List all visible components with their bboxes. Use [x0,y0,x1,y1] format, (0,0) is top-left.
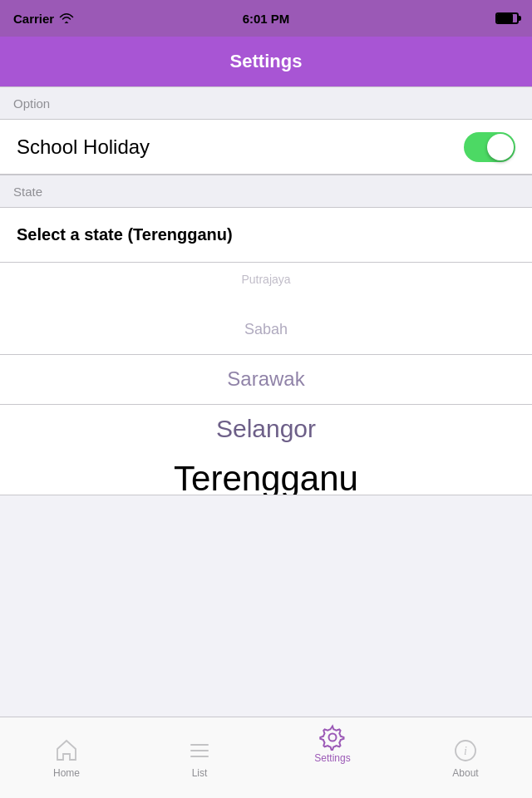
status-bar: Carrier 6:01 PM [0,0,532,37]
tab-settings-label: Settings [314,752,350,764]
svg-point-4 [329,733,337,741]
toggle-knob [487,134,514,160]
state-picker[interactable]: Putrajaya Sabah Sarawak Selangor Terengg… [0,263,532,495]
nav-bar: Settings [0,37,532,86]
home-icon [53,737,80,764]
picker-item-sabah[interactable]: Sabah [0,304,532,354]
select-state-row[interactable]: Select a state (Terengganu) [0,208,532,263]
state-header-text: State [13,185,42,199]
picker-wheel: Putrajaya Sabah Sarawak Selangor Terengg… [0,263,532,495]
tab-settings[interactable]: Settings [266,717,399,798]
spacer [0,495,532,717]
option-header-text: Option [13,96,50,111]
tab-list[interactable]: List [133,717,266,798]
status-time: 6:01 PM [243,12,290,26]
wifi-icon [59,12,74,24]
picker-line-bottom [0,404,532,405]
svg-text:i: i [464,745,467,757]
picker-line-top [0,354,532,355]
picker-item-putrajaya[interactable]: Putrajaya [0,263,532,304]
school-holiday-row: School Holiday [0,120,532,175]
picker-item-terengganu[interactable]: Terengganu [0,454,532,496]
tab-bar: Home List Settings i About [0,717,532,798]
picker-item-sarawak[interactable]: Sarawak [0,354,532,404]
tab-about[interactable]: i About [399,717,532,798]
about-icon: i [452,737,479,764]
nav-title: Settings [230,51,303,72]
select-state-label: Select a state (Terengganu) [17,225,233,244]
main-content: Option School Holiday State Select a sta… [0,86,532,717]
tab-home[interactable]: Home [0,717,133,798]
tab-home-label: Home [53,767,80,779]
state-section-header: State [0,175,532,208]
tab-about-label: About [452,767,478,779]
option-section-header: Option [0,86,532,120]
carrier-label: Carrier [13,12,54,26]
school-holiday-label: School Holiday [17,135,150,159]
tab-list-label: List [192,767,208,779]
list-icon [186,737,213,764]
school-holiday-toggle[interactable] [464,132,515,162]
settings-gear-icon [319,724,346,751]
picker-item-selangor[interactable]: Selangor [0,404,532,454]
battery-icon [495,12,519,24]
